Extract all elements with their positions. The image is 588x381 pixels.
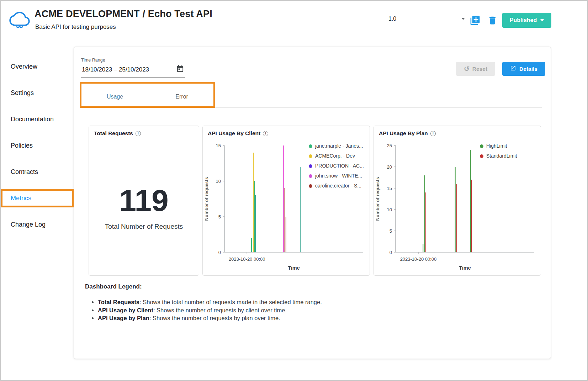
y-tick-label: 10	[216, 179, 221, 184]
sidebar-item-policies[interactable]: Policies	[1, 132, 74, 159]
legend-label: ACMECorp. - Dev	[315, 153, 355, 159]
legend-label: PRODUCTION - AC...	[315, 163, 364, 169]
time-range-field[interactable]: Time Range 18/10/2023 – 25/10/2023	[81, 58, 185, 78]
legend-desc: : Shows the number of requests by plan o…	[149, 315, 280, 321]
legend-label: StandardLimit	[486, 153, 517, 159]
info-icon[interactable]	[263, 131, 268, 136]
sidebar-item-settings[interactable]: Settings	[1, 80, 74, 106]
sidebar-item-overview[interactable]: Overview	[1, 53, 74, 80]
legend-label: john.snow - WINTE...	[315, 173, 362, 179]
sidebar-item-change-log[interactable]: Change Log	[1, 211, 74, 238]
external-link-icon	[510, 65, 516, 73]
legend-dot-icon	[309, 174, 312, 178]
usage-by-client-card: API Usage By Client 0510152023-10-20 00:…	[202, 126, 370, 276]
dashboard-legend-item: API Usage by Plan: Shows the number of r…	[98, 314, 322, 322]
total-requests-value: 119	[89, 183, 199, 218]
usage-by-client-title: API Usage By Client	[208, 130, 260, 137]
legend-label: jane.marple - Janes...	[315, 143, 363, 149]
time-range-value: 18/10/2023 – 25/10/2023	[82, 66, 149, 73]
tab-error[interactable]: Error	[148, 86, 216, 107]
version-select[interactable]: 1.0	[388, 14, 465, 24]
legend-dot-icon	[309, 144, 312, 148]
legend-item[interactable]: caroline.creator - S...	[309, 182, 364, 189]
details-button[interactable]: Details	[502, 62, 545, 76]
sidebar-nav: Overview Settings Documentation Policies…	[1, 53, 74, 238]
tab-usage[interactable]: Usage	[82, 86, 148, 107]
y-tick-label: 10	[387, 207, 392, 212]
library-add-icon	[470, 22, 481, 27]
usage-by-plan-legend: HighLimitStandardLimit	[480, 143, 517, 163]
y-tick-label: 5	[390, 228, 392, 234]
legend-item[interactable]: HighLimit	[480, 143, 517, 149]
chevron-down-icon	[540, 19, 544, 21]
metrics-panel: Time Range 18/10/2023 – 25/10/2023 ↺ Res…	[74, 47, 551, 359]
published-label: Published	[510, 17, 537, 23]
page: ACME DEVELOPMENT / Echo Test API Basic A…	[0, 0, 588, 381]
usage-by-plan-card: API Usage By Plan 05101520252023-10-20 0…	[374, 126, 541, 276]
legend-label: caroline.creator - S...	[315, 182, 361, 189]
legend-term: Total Requests	[98, 299, 139, 305]
legend-item[interactable]: StandardLimit	[480, 153, 517, 159]
usage-by-plan-title: API Usage By Plan	[379, 130, 428, 137]
version-select-value: 1.0	[388, 16, 396, 22]
metrics-tab-bar: Usage Error	[82, 86, 216, 107]
x-tick-label: 2023-10-20 00:00	[400, 256, 437, 262]
legend-item[interactable]: ACMECorp. - Dev	[309, 153, 364, 159]
legend-term: API Usage by Client	[98, 307, 153, 313]
reset-label: Reset	[472, 66, 487, 72]
y-axis-label: Number of requests	[375, 177, 380, 221]
info-icon[interactable]	[430, 131, 436, 136]
dashboard-legend-item: API Usage by Client: Shows the number of…	[98, 306, 322, 314]
dashboard-legend-list: Total Requests: Shows the total number o…	[98, 298, 322, 322]
y-tick-label: 25	[387, 143, 392, 148]
legend-item[interactable]: john.snow - WINTE...	[309, 173, 364, 179]
x-tick-label: 2023-10-20 00:00	[229, 256, 265, 262]
legend-desc: : Shows the total number of requests mad…	[139, 299, 322, 305]
delete-api-button[interactable]	[487, 15, 498, 27]
x-axis-label: Time	[459, 265, 471, 271]
chevron-down-icon	[461, 18, 465, 20]
cloud-logo-icon	[9, 9, 30, 31]
sidebar-item-contracts[interactable]: Contracts	[1, 159, 74, 185]
y-tick-label: 0	[390, 250, 392, 255]
legend-term: API Usage by Plan	[98, 315, 149, 321]
legend-desc: : Shows the number of requests by client…	[153, 307, 287, 313]
dashboard-legend-section: Dashboard Legend: Total Requests: Shows …	[85, 283, 322, 322]
total-requests-title: Total Requests	[94, 130, 133, 137]
sidebar-item-metrics[interactable]: Metrics	[1, 185, 74, 211]
total-requests-caption: Total Number of Requests	[89, 223, 199, 231]
y-tick-label: 15	[216, 143, 221, 148]
sidebar-item-documentation[interactable]: Documentation	[1, 106, 74, 132]
legend-dot-icon	[480, 154, 483, 158]
dashboard-legend-item: Total Requests: Shows the total number o…	[98, 298, 322, 306]
reset-icon: ↺	[464, 65, 470, 72]
trash-icon	[487, 21, 498, 27]
legend-dot-icon	[309, 184, 312, 188]
total-requests-card: Total Requests 119 Total Number of Reque…	[89, 126, 199, 276]
usage-by-client-legend: jane.marple - Janes...ACMECorp. - DevPRO…	[309, 143, 364, 192]
legend-dot-icon	[309, 154, 312, 158]
legend-dot-icon	[480, 144, 483, 148]
y-tick-label: 20	[387, 164, 392, 170]
y-tick-label: 5	[218, 214, 221, 219]
page-subtitle: Basic API for testing purposes	[35, 23, 116, 31]
y-tick-label: 15	[387, 186, 392, 191]
legend-label: HighLimit	[486, 143, 507, 149]
reset-button[interactable]: ↺ Reset	[456, 62, 495, 76]
legend-item[interactable]: jane.marple - Janes...	[309, 143, 364, 149]
y-tick-label: 0	[218, 250, 221, 255]
export-api-button[interactable]	[470, 15, 481, 27]
calendar-icon[interactable]	[176, 65, 184, 74]
page-title: ACME DEVELOPMENT / Echo Test API	[35, 9, 212, 20]
dashboard-legend-title: Dashboard Legend:	[85, 283, 322, 290]
tab-divider	[82, 107, 542, 108]
y-axis-label: Number of requests	[204, 177, 209, 221]
legend-dot-icon	[309, 164, 312, 168]
info-icon[interactable]	[136, 131, 141, 136]
active-tab-indicator	[82, 107, 148, 108]
details-label: Details	[519, 66, 537, 72]
published-status-button[interactable]: Published	[502, 13, 551, 28]
legend-item[interactable]: PRODUCTION - AC...	[309, 163, 364, 169]
time-range-label: Time Range	[81, 58, 185, 63]
x-axis-label: Time	[288, 265, 300, 271]
